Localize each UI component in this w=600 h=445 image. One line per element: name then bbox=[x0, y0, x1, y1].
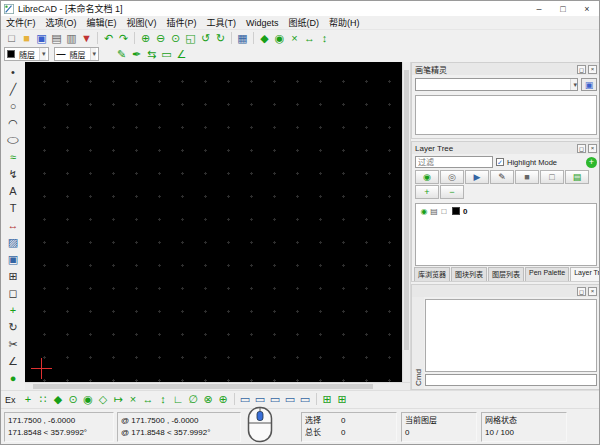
snap-grid-icon[interactable]: ∷ bbox=[36, 393, 50, 407]
snap-free-icon[interactable]: + bbox=[21, 393, 35, 407]
new-document-icon[interactable]: □ bbox=[5, 31, 19, 45]
pen-width-combo[interactable]: — 随层 ▾ bbox=[54, 47, 100, 61]
select-layer-button[interactable]: ▶ bbox=[465, 170, 489, 184]
pen-color-combo[interactable]: 随层 ▾ bbox=[4, 47, 49, 61]
polyline-tool-icon[interactable]: ↯ bbox=[5, 166, 21, 182]
pan-tool-icon[interactable]: ● bbox=[5, 370, 21, 386]
command-side-tab[interactable]: Cmd bbox=[412, 297, 424, 389]
move-tool-icon[interactable]: + bbox=[5, 302, 21, 318]
spline-tool-icon[interactable]: ≈ bbox=[5, 149, 21, 165]
monitor-icon[interactable]: ▭ bbox=[283, 393, 297, 407]
snap-intersection-icon[interactable]: × bbox=[288, 31, 302, 45]
mtext-tool-icon[interactable]: A bbox=[5, 183, 21, 199]
highlight-entity-icon[interactable]: ▭ bbox=[160, 47, 174, 61]
previous-view-icon[interactable]: ↺ bbox=[199, 31, 213, 45]
snap-middle-icon[interactable]: ◇ bbox=[96, 393, 110, 407]
pick-pen-icon[interactable]: ✎ bbox=[115, 47, 129, 61]
zoom-window-icon[interactable]: ◱ bbox=[184, 31, 198, 45]
tab-block-list[interactable]: 图块列表 bbox=[451, 267, 487, 281]
restrict-orthogonal-icon[interactable]: ∟ bbox=[171, 393, 185, 407]
print-toggle-button[interactable]: ▤ bbox=[565, 170, 589, 184]
unlock-all-layers-button[interactable]: □ bbox=[540, 170, 564, 184]
measure-tool-icon[interactable]: ∠ bbox=[5, 353, 21, 369]
hide-all-layers-button[interactable]: ◎ bbox=[440, 170, 464, 184]
tab-layer-list[interactable]: 图层列表 bbox=[488, 267, 524, 281]
close-panel-icon[interactable]: × bbox=[588, 144, 597, 153]
float-panel-icon[interactable]: ◻ bbox=[577, 144, 586, 153]
float-panel-icon[interactable]: ◻ bbox=[577, 65, 586, 74]
scrollbar-thumb[interactable] bbox=[33, 384, 373, 389]
snap-on-entity-icon[interactable]: ⊙ bbox=[66, 393, 80, 407]
set-relative-zero-icon[interactable]: ⊕ bbox=[216, 393, 230, 407]
menu-drawings[interactable]: 图纸(D) bbox=[284, 16, 325, 29]
scrollbar-thumb[interactable] bbox=[404, 70, 409, 350]
restrict-horizontal-icon[interactable]: ↔ bbox=[303, 31, 317, 45]
text-tool-icon[interactable]: T bbox=[5, 200, 21, 216]
float-panel-icon[interactable]: ◻ bbox=[577, 287, 586, 296]
menu-plugins[interactable]: 插件(P) bbox=[162, 16, 202, 29]
command-history[interactable] bbox=[425, 299, 597, 372]
edit-layer-button[interactable]: ✎ bbox=[490, 170, 514, 184]
vertical-scrollbar[interactable] bbox=[402, 62, 410, 382]
monitor-icon[interactable]: ▭ bbox=[268, 393, 282, 407]
menu-help[interactable]: 帮助(H) bbox=[324, 16, 365, 29]
zoom-in-icon[interactable]: ⊕ bbox=[139, 31, 153, 45]
menu-tools[interactable]: 工具(T) bbox=[202, 16, 242, 29]
show-all-layers-button[interactable]: ◉ bbox=[415, 170, 439, 184]
zoom-auto-icon[interactable]: ⊙ bbox=[169, 31, 183, 45]
open-file-icon[interactable]: ■ bbox=[20, 31, 34, 45]
save-icon[interactable]: ▣ bbox=[35, 31, 49, 45]
layer-row[interactable]: ◉▤□ 0 bbox=[416, 204, 596, 218]
save-pen-button[interactable]: ▣ bbox=[581, 78, 597, 91]
close-panel-icon[interactable]: × bbox=[588, 65, 597, 74]
copy-pen-icon[interactable]: ⇆ bbox=[145, 47, 159, 61]
circle-tool-icon[interactable]: ○ bbox=[5, 98, 21, 114]
apply-pen-icon[interactable]: ✒ bbox=[130, 47, 144, 61]
image-tool-icon[interactable]: ▣ bbox=[5, 251, 21, 267]
print-preview-icon[interactable]: ▥ bbox=[65, 31, 79, 45]
snap-endpoint-icon[interactable]: ◆ bbox=[258, 31, 272, 45]
redraw-icon[interactable]: ↻ bbox=[214, 31, 228, 45]
arc-tool-icon[interactable]: ◠ bbox=[5, 115, 21, 131]
monitor-icon[interactable]: ▭ bbox=[298, 393, 312, 407]
add-layer-button[interactable]: + bbox=[415, 185, 439, 199]
redo-icon[interactable]: ↷ bbox=[117, 31, 131, 45]
snap-intersection-icon[interactable]: × bbox=[126, 393, 140, 407]
menu-edit[interactable]: 编辑(E) bbox=[82, 16, 122, 29]
block-tool-icon[interactable]: ⊞ bbox=[5, 268, 21, 284]
ellipse-tool-icon[interactable]: ◯ bbox=[5, 135, 21, 145]
rotate-tool-icon[interactable]: ↻ bbox=[5, 319, 21, 335]
dimension-tool-icon[interactable]: ↔ bbox=[5, 217, 21, 233]
restrict-horizontal-icon[interactable]: ↔ bbox=[141, 393, 155, 407]
tab-library-browser[interactable]: 库浏览器 bbox=[414, 267, 450, 281]
grid-toggle-icon[interactable]: ▦ bbox=[236, 31, 250, 45]
drawing-canvas[interactable] bbox=[25, 62, 402, 382]
layer-visibility-icon[interactable]: ◉ bbox=[419, 206, 429, 216]
maximize-button[interactable]: □ bbox=[551, 1, 575, 16]
close-button[interactable]: × bbox=[575, 1, 599, 16]
menu-file[interactable]: 文件(F) bbox=[1, 16, 41, 29]
line-tool-icon[interactable]: ╱ bbox=[5, 81, 21, 97]
layer-lock-icon[interactable]: □ bbox=[439, 206, 449, 216]
zoom-out-icon[interactable]: ⊖ bbox=[154, 31, 168, 45]
lock-relative-zero-icon[interactable]: ⊗ bbox=[201, 393, 215, 407]
hatch-tool-icon[interactable]: ▨ bbox=[5, 234, 21, 250]
highlight-mode-checkbox[interactable]: ✓ bbox=[496, 158, 504, 166]
point-tool-icon[interactable]: • bbox=[5, 64, 21, 80]
monitor-icon[interactable]: ▭ bbox=[253, 393, 267, 407]
pen-wizard-combo[interactable]: ▾ bbox=[415, 78, 578, 91]
menu-options[interactable]: 选项(O) bbox=[41, 16, 82, 29]
close-panel-icon[interactable]: × bbox=[588, 287, 597, 296]
restrict-vertical-icon[interactable]: ↕ bbox=[156, 393, 170, 407]
export-pdf-icon[interactable]: ▼ bbox=[80, 31, 94, 45]
minimize-button[interactable]: – bbox=[527, 1, 551, 16]
remove-layer-button[interactable]: − bbox=[440, 185, 464, 199]
monitor-icon[interactable]: ▭ bbox=[238, 393, 252, 407]
snap-endpoint-icon[interactable]: ◆ bbox=[51, 393, 65, 407]
restrict-nothing-icon[interactable]: ∅ bbox=[186, 393, 200, 407]
snap-center-icon[interactable]: ◉ bbox=[81, 393, 95, 407]
lock-all-layers-button[interactable]: ■ bbox=[515, 170, 539, 184]
tab-layer-tree[interactable]: Layer Tree bbox=[570, 267, 600, 281]
add-view-icon[interactable]: ⊞ bbox=[335, 393, 349, 407]
horizontal-scrollbar[interactable] bbox=[25, 382, 410, 390]
